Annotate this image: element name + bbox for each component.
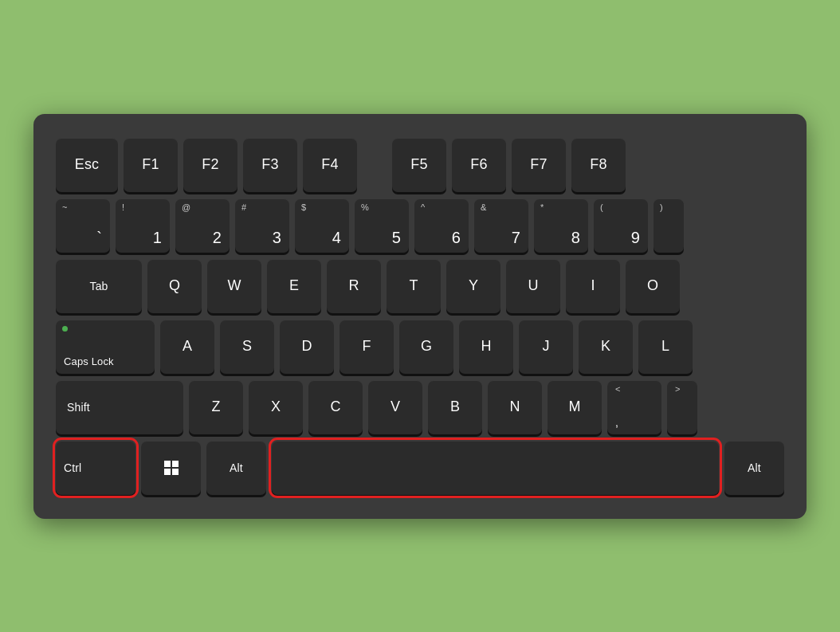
key-alt-left[interactable]: Alt [206,441,266,495]
key-i[interactable]: I [566,259,620,313]
key-h[interactable]: H [459,320,513,374]
key-6[interactable]: ^6 [414,198,469,253]
key-m[interactable]: M [548,380,602,434]
key-1[interactable]: !1 [116,198,170,253]
key-esc[interactable]: Esc [56,138,118,192]
key-n[interactable]: N [488,380,542,434]
key-u[interactable]: U [506,259,560,313]
key-win[interactable] [141,441,201,495]
key-shift[interactable]: Shift [56,380,183,434]
windows-icon [164,461,179,475]
key-3[interactable]: #3 [235,198,289,253]
home-row: Caps Lock A S D F G H J K L [56,320,784,374]
key-comma[interactable]: <, [607,380,661,434]
key-f3[interactable]: F3 [243,138,297,192]
key-f1[interactable]: F1 [124,138,178,192]
key-5[interactable]: %5 [355,198,409,253]
caps-lock-indicator [62,326,68,332]
key-f7[interactable]: F7 [512,138,566,192]
key-g[interactable]: G [399,320,453,374]
key-b[interactable]: B [428,380,482,434]
key-j[interactable]: J [519,320,573,374]
key-backtick[interactable]: ~` [56,198,110,253]
key-4[interactable]: $4 [295,198,349,253]
key-2[interactable]: @2 [175,198,230,253]
key-x[interactable]: X [249,380,303,434]
key-period-partial[interactable]: > [667,380,697,434]
keyboard-rows: Esc F1 F2 F3 F4 F5 F6 F7 F8 ~` !1 @2 #3 … [56,138,784,495]
key-l[interactable]: L [638,320,693,374]
key-e[interactable]: E [267,259,321,313]
key-gap1 [363,138,387,192]
function-row: Esc F1 F2 F3 F4 F5 F6 F7 F8 [56,138,784,192]
qwerty-row: Tab Q W E R T Y U I O [56,259,784,313]
key-f[interactable]: F [340,320,394,374]
key-a[interactable]: A [160,320,214,374]
key-caps-lock[interactable]: Caps Lock [56,320,155,374]
key-z[interactable]: Z [189,380,243,434]
key-f8[interactable]: F8 [571,138,626,192]
key-o[interactable]: O [626,259,680,313]
key-tab[interactable]: Tab [56,259,142,313]
key-k[interactable]: K [579,320,633,374]
key-v[interactable]: V [368,380,422,434]
key-w[interactable]: W [207,259,261,313]
bottom-row: Ctrl Alt Alt [56,441,784,495]
key-0-partial[interactable]: ) [654,198,684,253]
key-ctrl[interactable]: Ctrl [56,441,135,495]
key-t[interactable]: T [387,259,441,313]
key-alt-right[interactable]: Alt [724,441,784,495]
caps-lock-label: Caps Lock [64,355,114,367]
key-q[interactable]: Q [147,259,202,313]
key-f6[interactable]: F6 [452,138,506,192]
key-s[interactable]: S [220,320,274,374]
key-r[interactable]: R [327,259,381,313]
key-f5[interactable]: F5 [392,138,446,192]
key-y[interactable]: Y [446,259,500,313]
key-8[interactable]: *8 [534,198,588,253]
key-space[interactable] [272,441,719,495]
key-9[interactable]: (9 [594,198,648,253]
key-f4[interactable]: F4 [303,138,357,192]
keyboard: Esc F1 F2 F3 F4 F5 F6 F7 F8 ~` !1 @2 #3 … [33,114,807,519]
key-c[interactable]: C [308,380,363,434]
key-f2[interactable]: F2 [183,138,237,192]
key-d[interactable]: D [280,320,334,374]
shift-row: Shift Z X C V B N M <, > [56,380,784,434]
number-row: ~` !1 @2 #3 $4 %5 ^6 &7 *8 (9 ) [56,198,784,253]
key-7[interactable]: &7 [474,198,528,253]
